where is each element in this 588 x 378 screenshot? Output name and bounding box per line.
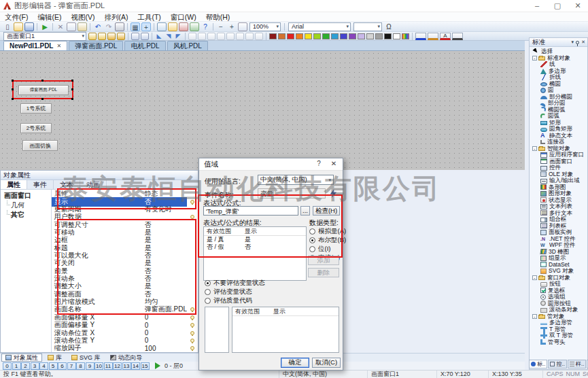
expander-icon[interactable]: -	[532, 56, 537, 61]
palette-item-窗口对象[interactable]: -窗口对象	[531, 275, 587, 281]
menu-item-工具(T)[interactable]: 工具(T)	[133, 12, 165, 22]
range-list-box[interactable]	[205, 307, 229, 353]
dynamic-bulb-icon[interactable]	[190, 307, 194, 311]
color-swatch-1[interactable]	[269, 33, 277, 39]
eval-radio-评估变量状态[interactable]: 评估变量状态	[205, 288, 252, 296]
palette-item-按钮[interactable]: 按钮	[531, 281, 587, 288]
align-right-icon[interactable]	[198, 33, 206, 40]
grid-icon[interactable]: ▦	[131, 22, 140, 31]
drawing-canvas[interactable]: 弹窗画面.PDL 1号系统2号系统画面切换	[0, 51, 525, 170]
cut-icon[interactable]: ✕	[56, 22, 65, 31]
tab-事件[interactable]: 事件	[27, 180, 54, 189]
eyedropper-icon[interactable]	[452, 33, 463, 40]
dynamic-bulb-icon[interactable]	[190, 346, 194, 350]
color-swatch-3[interactable]	[287, 33, 294, 39]
palette-item-双 T 形管[interactable]: 双 T 形管	[531, 332, 587, 339]
layer-button-0[interactable]: 0	[3, 362, 12, 370]
library-icon[interactable]	[157, 22, 167, 31]
print-icon[interactable]	[115, 22, 124, 31]
fill-color-icon[interactable]	[428, 33, 438, 40]
layer-button-7[interactable]: 7	[67, 362, 76, 370]
result-table[interactable]: 有效范围 显示 是 / 真是否 / 假否	[203, 226, 307, 281]
canvas-button-画面切换[interactable]: 画面切换	[22, 140, 58, 151]
color-swatch-8[interactable]	[331, 33, 339, 39]
document-tab-风机.PDL[interactable]: 风机.PDL	[167, 41, 208, 50]
zoom-in-icon[interactable]: +	[227, 22, 237, 31]
tree-root[interactable]: 画面窗口	[4, 191, 51, 201]
tags-icon[interactable]	[190, 22, 199, 31]
rotate-left-icon[interactable]: ◣	[155, 33, 163, 40]
dynamic-bulb-icon[interactable]	[190, 315, 194, 320]
layer-button-14[interactable]: 14	[131, 362, 140, 370]
property-row-缩放因子[interactable]: 缩放因子100	[52, 345, 198, 352]
canvas-button-2号系统[interactable]: 2号系统	[20, 123, 52, 133]
palette-item-矩形[interactable]: 矩形	[531, 120, 587, 126]
font-size-combo[interactable]: ▾	[353, 22, 382, 31]
dialog-close-icon[interactable]: ✕	[328, 160, 340, 167]
tree-item-other[interactable]: 其它	[4, 210, 51, 220]
menu-item-窗口(W)[interactable]: 窗口(W)	[166, 12, 201, 22]
layer-button-1[interactable]: 1	[12, 362, 21, 370]
layer-button-15[interactable]: 15	[141, 362, 150, 370]
cancel-button[interactable]: 取消(C)	[312, 358, 341, 368]
layer-button-11[interactable]: 11	[104, 362, 113, 370]
special-character-icon[interactable]: Ω	[384, 22, 394, 31]
zoom-region-icon[interactable]	[238, 22, 247, 31]
palette-item-选项组[interactable]: 选项组	[531, 294, 587, 300]
align-top-icon[interactable]	[207, 33, 215, 40]
palette-item-状态显示[interactable]: 状态显示	[531, 197, 587, 204]
bottom-result-table[interactable]: 有效范围 显示	[232, 307, 339, 353]
layer-down-icon[interactable]	[117, 33, 125, 40]
browse-button[interactable]: ...	[300, 206, 310, 216]
palette-item-圆形按钮[interactable]: 圆形按钮	[531, 300, 587, 307]
center-vertical-icon[interactable]	[236, 33, 244, 40]
color-swatch-5[interactable]	[305, 33, 312, 39]
palette-item-图形对象[interactable]: 图形对象	[531, 190, 587, 197]
layer-button-6[interactable]: 6	[58, 362, 67, 370]
tab-文本[interactable]: 文本	[54, 180, 80, 189]
canvas-button-selected[interactable]: 弹窗画面.PDL	[18, 85, 69, 95]
palette-item-OLE 对象[interactable]: OLE 对象	[531, 171, 587, 178]
datatype-radio-模拟量(A)[interactable]: 模拟量(A)	[309, 227, 346, 236]
same-width-icon[interactable]	[245, 33, 254, 40]
palette-item-控件[interactable]: 控件	[531, 165, 587, 171]
layer-button-9[interactable]: 9	[86, 362, 94, 370]
close-panel-icon[interactable]: ✕	[581, 38, 585, 46]
pin-icon[interactable]	[576, 41, 579, 44]
palette-item-多边形[interactable]: 多边形	[531, 68, 587, 75]
tab-属性[interactable]: 属性	[1, 180, 27, 189]
expander-icon[interactable]: -	[532, 314, 537, 319]
panel-tab-库[interactable]: 库	[44, 354, 66, 362]
process-pictures-icon[interactable]	[179, 22, 188, 31]
color-swatch-6[interactable]	[313, 33, 321, 39]
palette-item-标准对象[interactable]: -标准对象	[531, 55, 587, 62]
open-folder-icon[interactable]	[14, 22, 23, 31]
layer-button-5[interactable]: 5	[49, 362, 58, 370]
library-open-icon[interactable]	[168, 22, 177, 31]
color-swatch-9[interactable]	[340, 33, 347, 39]
datatype-radio-位(I)[interactable]: 位(I)	[309, 245, 330, 254]
canvas-button-1号系统[interactable]: 1号系统	[20, 103, 52, 114]
menu-item-帮助(H)[interactable]: 帮助(H)	[201, 12, 235, 22]
palette-item-椭圆弧[interactable]: 椭圆弧	[531, 107, 587, 114]
palette-item-画面窗口[interactable]: 画面窗口	[531, 158, 587, 165]
palette-item-T 形管[interactable]: T 形管	[531, 326, 587, 333]
rotate-180-icon[interactable]: ◤	[174, 33, 182, 40]
document-tab-弹窗画面.PDL[interactable]: 弹窗画面.PDL	[69, 41, 123, 50]
palette-item-3D 棒图[interactable]: 3D 棒图	[531, 249, 587, 256]
eval-radio-评估质量代码[interactable]: 评估质量代码	[205, 296, 252, 305]
color-swatch-15[interactable]	[393, 33, 400, 39]
expression-input[interactable]: 'Temp_弹窗'	[203, 206, 298, 216]
menu-item-文件(F)[interactable]: 文件(F)	[0, 12, 33, 22]
color-swatch-13[interactable]	[375, 33, 383, 39]
layer-button-13[interactable]: 13	[122, 362, 131, 370]
color-swatch-7[interactable]	[322, 33, 330, 39]
lightning-bolt-icon[interactable]	[330, 189, 337, 198]
close-tab-icon[interactable]: ✕	[56, 42, 61, 50]
check-button[interactable]: 检查(H)	[313, 206, 340, 216]
layer-button-3[interactable]: 3	[31, 362, 39, 370]
color-swatch-16[interactable]	[402, 33, 409, 39]
menu-item-视图(V)[interactable]: 视图(V)	[66, 12, 99, 22]
layer-button-4[interactable]: 4	[39, 362, 48, 370]
palette-item-管弯头[interactable]: 管弯头	[531, 339, 587, 345]
